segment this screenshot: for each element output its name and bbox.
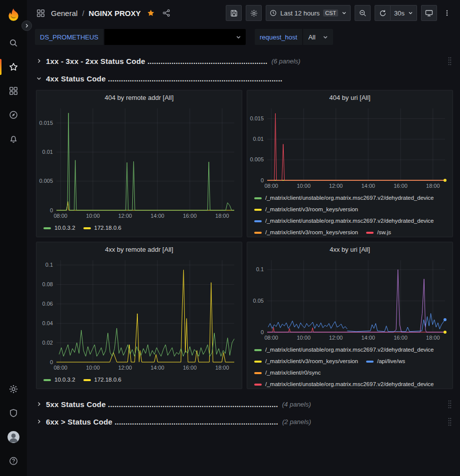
panel-4xx-by-remote-addr: 4xx by remote addr [All]00.020.040.060.0… — [36, 242, 242, 389]
explore-compass-icon[interactable] — [0, 103, 27, 127]
series-label: /_matrix/client/unstable/org.matrix.msc2… — [265, 192, 434, 204]
panel-legend: 10.0.3.2172.18.0.6 — [36, 220, 242, 234]
legend-item[interactable]: /_matrix/client/r0/sync — [254, 367, 321, 379]
share-icon[interactable] — [161, 9, 172, 17]
row-panel-count: (2 panels) — [282, 418, 311, 426]
apps-grid-icon[interactable] — [35, 9, 46, 17]
more-options-kebab-icon[interactable] — [441, 5, 453, 21]
chevron-right-icon — [36, 401, 42, 407]
series-color-mark — [254, 361, 262, 363]
panel-title[interactable]: 404 by uri [All] — [247, 90, 453, 104]
alerting-bell-icon[interactable] — [0, 127, 27, 151]
svg-text:10:00: 10:00 — [86, 213, 100, 219]
refresh-interval-dropdown[interactable]: 30s — [391, 5, 417, 21]
dashboard-header: General / NGINX PROXY — [27, 0, 460, 26]
svg-text:14:00: 14:00 — [361, 183, 375, 189]
svg-text:10:00: 10:00 — [86, 365, 100, 371]
legend-item[interactable]: /sw.js — [366, 227, 391, 237]
request-host-variable-label: request_host — [255, 29, 302, 45]
row-drag-handle-icon[interactable] — [448, 417, 453, 426]
time-range-picker[interactable]: Last 12 hours CST — [266, 5, 351, 21]
svg-text:0.01: 0.01 — [253, 136, 264, 142]
panel-legend: /_matrix/client/unstable/org.matrix.msc2… — [247, 342, 453, 389]
svg-text:18:00: 18:00 — [215, 365, 229, 371]
legend-item[interactable]: /_matrix/client/v3/room_keys/version — [254, 204, 358, 215]
series-label: /_matrix/client/unstable/org.matrix.msc2… — [265, 379, 434, 389]
svg-text:10:00: 10:00 — [297, 335, 311, 341]
time-series-plot[interactable]: 00.050.108:0010:0012:0014:0016:0018:00 — [247, 256, 452, 342]
legend-item[interactable]: /_matrix/client/unstable/org.matrix.msc2… — [254, 192, 434, 204]
svg-text:0.005: 0.005 — [250, 156, 264, 162]
svg-text:0.015: 0.015 — [250, 115, 264, 121]
row-4xx[interactable]: 4xx Status Code ........................… — [36, 71, 453, 86]
row-drag-handle-icon[interactable] — [448, 400, 453, 409]
svg-text:14:00: 14:00 — [150, 213, 164, 219]
server-admin-shield-icon[interactable] — [0, 401, 27, 425]
legend-item[interactable]: 172.18.0.6 — [83, 374, 121, 386]
series-color-mark — [83, 379, 91, 381]
row-5xx[interactable]: 5xx Status Code ........................… — [36, 397, 453, 412]
series-label: /_matrix/client/unstable/org.matrix.msc2… — [265, 215, 434, 227]
save-dashboard-button[interactable] — [226, 5, 242, 21]
row-6xx[interactable]: 6xx > Status Code ......................… — [36, 414, 453, 429]
svg-text:0.015: 0.015 — [39, 120, 53, 126]
panel-404-by-remote-addr: 404 by remote addr [All]00.0050.010.0150… — [36, 90, 242, 237]
legend-item[interactable]: /_matrix/client/unstable/org.matrix.msc2… — [254, 215, 434, 227]
svg-text:0.1: 0.1 — [256, 266, 264, 272]
svg-text:0: 0 — [50, 359, 53, 365]
series-color-mark — [43, 379, 51, 381]
legend-item[interactable]: /_matrix/client/unstable/org.matrix.msc2… — [254, 379, 434, 389]
configuration-gear-icon[interactable] — [0, 377, 27, 401]
svg-text:0.02: 0.02 — [42, 340, 53, 346]
dashboard-scroll-area: 1xx - 3xx - 2xx Status Code ............… — [27, 50, 460, 476]
time-series-plot[interactable]: 00.0050.010.01508:0010:0012:0014:0016:00… — [247, 104, 452, 190]
panel-title[interactable]: 4xx by uri [All] — [247, 242, 453, 256]
datasource-variable-select[interactable] — [104, 29, 246, 45]
series-color-mark — [254, 232, 262, 234]
legend-item[interactable]: 10.0.3.2 — [43, 222, 75, 234]
dashboard-settings-button[interactable] — [246, 5, 262, 21]
help-icon[interactable] — [0, 449, 27, 473]
svg-text:08:00: 08:00 — [264, 183, 278, 189]
template-variables-bar: DS_PROMETHEUS request_host All — [27, 26, 460, 50]
series-label: 10.0.3.2 — [54, 222, 75, 234]
panel-title[interactable]: 404 by remote addr [All] — [36, 90, 242, 104]
legend-item[interactable]: 172.18.0.6 — [83, 222, 121, 234]
starred-dashboards-icon[interactable] — [0, 55, 27, 79]
dashboards-icon[interactable] — [0, 79, 27, 103]
series-color-mark — [366, 232, 374, 234]
series-label: /_matrix/client/v3/room_keys/version — [265, 356, 358, 367]
panel-title[interactable]: 4xx by remote addr [All] — [36, 242, 242, 256]
row-title: 5xx Status Code ........................… — [46, 400, 278, 409]
search-icon[interactable] — [0, 31, 27, 55]
dashboard-title[interactable]: NGINX PROXY — [89, 9, 141, 17]
breadcrumb: General / NGINX PROXY — [35, 9, 222, 17]
zoom-out-button[interactable] — [355, 5, 371, 21]
row-1xx-3xx-2xx[interactable]: 1xx - 3xx - 2xx Status Code ............… — [36, 53, 453, 68]
svg-text:16:00: 16:00 — [394, 335, 408, 341]
time-series-plot[interactable]: 00.020.040.060.080.108:0010:0012:0014:00… — [36, 256, 241, 372]
main-area: General / NGINX PROXY — [27, 0, 460, 476]
breadcrumb-folder[interactable]: General — [51, 9, 77, 17]
refresh-group: 30s — [375, 5, 417, 21]
request-host-variable-select[interactable]: All — [303, 29, 333, 45]
row-drag-handle-icon[interactable] — [448, 56, 453, 65]
svg-text:0.005: 0.005 — [39, 178, 53, 184]
tv-mode-button[interactable] — [421, 5, 437, 21]
legend-item[interactable]: /_matrix/client/v3/room_keys/version — [254, 227, 358, 237]
legend-item[interactable]: /_matrix/client/v3/room_keys/version — [254, 356, 358, 367]
chevron-down-icon — [36, 75, 42, 81]
svg-text:0.04: 0.04 — [42, 320, 53, 326]
favorite-star-icon[interactable] — [145, 9, 156, 17]
toolbar: Last 12 hours CST 30s — [226, 5, 453, 21]
svg-text:08:00: 08:00 — [264, 335, 278, 341]
refresh-button[interactable] — [375, 5, 391, 21]
legend-item[interactable]: 10.0.3.2 — [43, 374, 75, 386]
legend-item[interactable]: /_matrix/client/unstable/org.matrix.msc2… — [254, 344, 434, 356]
user-avatar[interactable] — [0, 425, 27, 449]
datasource-variable: DS_PROMETHEUS — [35, 29, 246, 45]
legend-item[interactable]: /api/live/ws — [366, 356, 405, 367]
svg-text:0: 0 — [261, 329, 264, 335]
time-series-plot[interactable]: 00.0050.010.01508:0010:0012:0014:0016:00… — [36, 104, 241, 220]
sidebar-expand-button[interactable] — [21, 20, 32, 31]
